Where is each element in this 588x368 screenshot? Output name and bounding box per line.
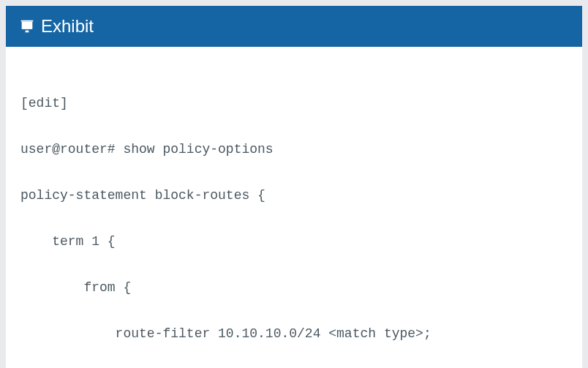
code-line: route-filter 10.10.10.0/24 <match type>; — [20, 323, 568, 346]
presentation-icon — [19, 18, 35, 34]
code-line: user@router# show policy-options — [20, 138, 568, 162]
exhibit-body: [edit] user@router# show policy-options … — [6, 47, 582, 368]
exhibit-header: Exhibit — [6, 6, 582, 47]
exhibit-title: Exhibit — [41, 16, 94, 37]
code-line: from { — [20, 277, 568, 300]
code-line: [edit] — [20, 92, 568, 116]
code-line: term 1 { — [20, 230, 568, 254]
exhibit-panel: Exhibit [edit] user@router# show policy-… — [6, 6, 582, 368]
code-line: policy-statement block-routes { — [20, 184, 568, 208]
svg-rect-0 — [22, 22, 33, 29]
code-block: [edit] user@router# show policy-options … — [20, 69, 568, 368]
